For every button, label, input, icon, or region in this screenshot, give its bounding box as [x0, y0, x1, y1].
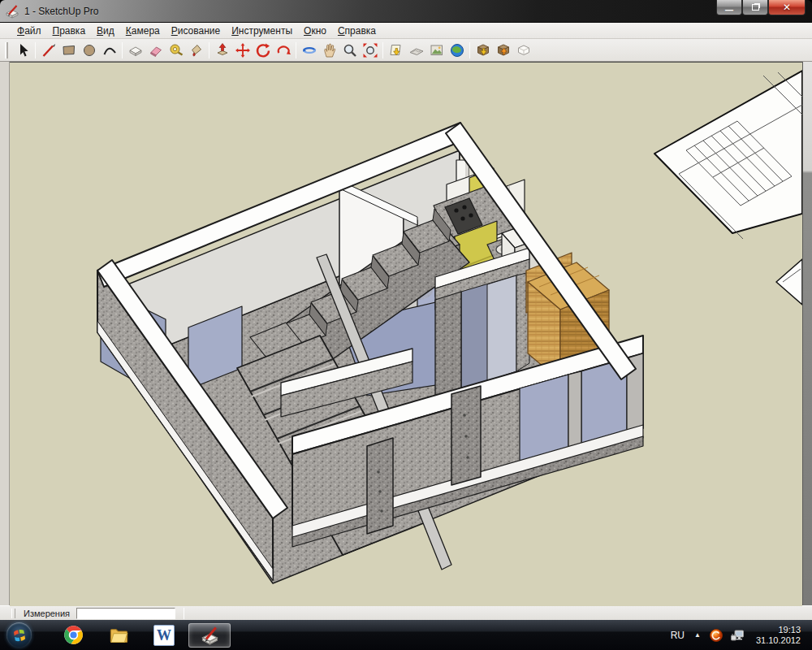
toolbar [0, 39, 812, 62]
toolbar-separator [296, 42, 296, 58]
network-icon[interactable] [730, 628, 745, 643]
folder-icon [108, 624, 130, 646]
windows-logo-icon [10, 626, 29, 645]
restore-icon [752, 4, 759, 11]
share-model-tool-icon[interactable] [493, 41, 513, 60]
window-left-border [0, 62, 10, 605]
desktop-screen: 1 - SketchUp Pro — ✕ Файл Правка Вид Кам… [0, 0, 812, 650]
select-tool-icon[interactable] [12, 41, 32, 60]
hidden-icons-arrow[interactable]: ▲ [689, 631, 706, 639]
taskbar-sketchup-button[interactable] [188, 623, 231, 648]
make-component-tool-icon[interactable] [125, 41, 145, 60]
zoom-tool-icon[interactable] [339, 41, 360, 60]
circle-tool-icon[interactable] [79, 41, 99, 60]
menu-edit[interactable]: Правка [47, 24, 92, 38]
line-tool-icon[interactable] [38, 41, 58, 60]
sketchup-window: 1 - SketchUp Pro — ✕ Файл Правка Вид Кам… [0, 0, 812, 620]
toolbar-separator [122, 42, 123, 58]
arc-tool-icon[interactable] [99, 41, 119, 60]
rotate-tool-icon[interactable] [253, 41, 273, 60]
language-indicator[interactable]: RU [666, 630, 689, 641]
taskbar: W RU ▲ [0, 620, 812, 650]
tray-grip[interactable] [656, 624, 662, 647]
start-button[interactable] [6, 622, 32, 648]
orbit-tool-icon[interactable] [299, 41, 319, 60]
menu-help[interactable]: Справка [332, 24, 382, 38]
window-title: 1 - SketchUp Pro [24, 6, 98, 17]
toggle-terrain-tool-icon[interactable] [406, 41, 426, 60]
menu-camera[interactable]: Камера [120, 24, 166, 38]
tray-date: 31.10.2012 [756, 635, 801, 646]
measurements-label: Измерения [24, 609, 70, 618]
window-right-border [802, 62, 812, 605]
sketchup-app-icon [5, 4, 19, 19]
share-component-tool-icon[interactable] [513, 41, 533, 60]
menu-draw[interactable]: Рисование [166, 24, 226, 38]
photo-textures-tool-icon[interactable] [426, 41, 447, 60]
statusbar-separator [184, 608, 184, 619]
pan-tool-icon[interactable] [319, 41, 339, 60]
menu-bar: Файл Правка Вид Камера Рисование Инструм… [0, 23, 812, 39]
viewport-row [0, 62, 812, 605]
taskbar-chrome-button[interactable] [52, 623, 94, 648]
model-canvas [10, 63, 802, 606]
paint-bucket-tool-icon[interactable] [186, 41, 206, 60]
statusbar-grip [11, 609, 15, 618]
tape-measure-tool-icon[interactable] [166, 41, 186, 60]
push-pull-tool-icon[interactable] [212, 41, 232, 60]
toolbar-separator [382, 42, 383, 58]
taskbar-explorer-button[interactable] [97, 623, 140, 648]
taskbar-grip[interactable] [41, 624, 46, 647]
eraser-tool-icon[interactable] [145, 41, 166, 60]
toolbar-grip[interactable] [5, 42, 8, 58]
minimize-button[interactable]: — [716, 0, 742, 15]
get-models-tool-icon[interactable] [473, 41, 493, 60]
status-bar: Измерения [0, 605, 812, 620]
taskbar-word-button[interactable]: W [143, 623, 185, 648]
measurements-input[interactable] [76, 608, 175, 619]
menu-tools[interactable]: Инструменты [226, 24, 298, 38]
tray-clock[interactable]: 19:13 31.10.2012 [756, 625, 801, 646]
system-tray: RU ▲ 19:13 31.10.2012 [652, 624, 807, 647]
chrome-icon [63, 624, 84, 646]
sketchup-icon [199, 624, 221, 646]
menu-window[interactable]: Окно [298, 24, 332, 38]
maximize-button[interactable] [742, 0, 768, 15]
toolbar-separator [209, 42, 209, 58]
toolbar-separator [35, 42, 36, 58]
3d-viewport[interactable] [10, 62, 802, 605]
toolbar-separator [469, 42, 470, 58]
preview-in-google-earth-tool-icon[interactable] [447, 41, 467, 60]
move-tool-icon[interactable] [232, 41, 253, 60]
menu-view[interactable]: Вид [91, 24, 120, 38]
rectangle-tool-icon[interactable] [58, 41, 79, 60]
word-icon: W [153, 625, 175, 646]
tray-time: 19:13 [756, 625, 801, 635]
menu-file[interactable]: Файл [11, 24, 47, 38]
offset-tool-icon[interactable] [273, 41, 293, 60]
close-button[interactable]: ✕ [768, 0, 806, 15]
get-current-view-tool-icon[interactable] [386, 41, 406, 60]
zoom-extents-tool-icon[interactable] [360, 41, 380, 60]
titlebar[interactable]: 1 - SketchUp Pro — ✕ [0, 0, 812, 23]
orange-tray-icon[interactable] [709, 628, 723, 643]
